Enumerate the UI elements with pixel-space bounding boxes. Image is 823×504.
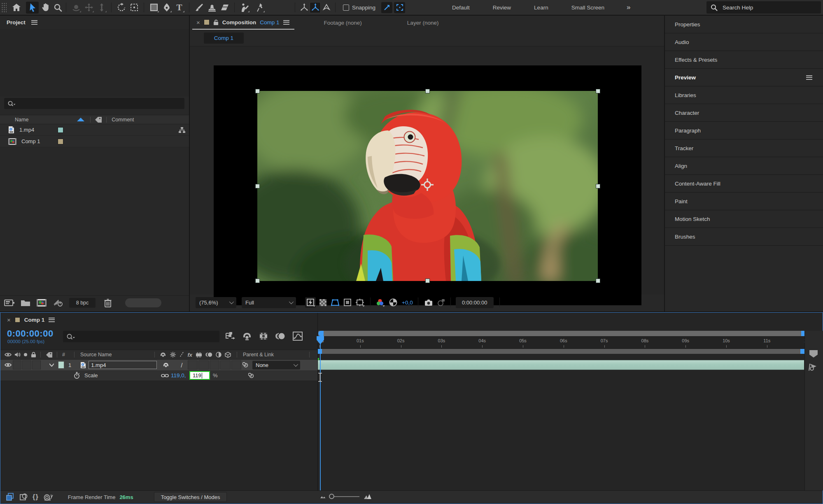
magnification-dropdown[interactable]: (75,6%) [196,297,236,308]
chevron-expand-icon[interactable] [49,363,54,367]
selection-handle[interactable] [255,89,260,93]
delete-button[interactable] [104,298,112,307]
adjustment-layer-switch-icon[interactable] [216,352,221,358]
dolly-camera-tool[interactable] [95,2,108,14]
parent-link-dropdown[interactable]: None [252,361,300,369]
mask-visibility-button[interactable] [330,297,340,308]
rectangle-tool[interactable] [147,2,160,14]
pick-whip-icon[interactable] [248,372,255,379]
timeline-horizontal-scrollbar[interactable] [318,331,807,336]
time-ruler[interactable]: :00s01s02s03s04s05s06s07s08s09s10s11s12s [318,336,804,349]
layer-duration-bar[interactable] [318,360,804,370]
timeline-search-field[interactable] [63,331,219,342]
region-of-interest-button[interactable] [342,297,353,308]
help-search-field[interactable]: Search Help [706,1,821,14]
pan-behind-tool[interactable] [128,2,140,14]
keyframe-dash-icon[interactable] [179,352,184,358]
unlock-icon[interactable] [213,19,219,26]
label-tag-icon[interactable] [95,116,102,123]
orbit-camera-tool[interactable] [70,2,82,14]
sidebar-item-motion-sketch[interactable]: Motion Sketch [665,210,823,228]
selection-handle[interactable] [596,184,600,188]
video-layer-image[interactable] [257,91,598,281]
property-name[interactable]: Scale [84,372,98,379]
scale-x-value[interactable]: 119,0, [171,372,186,379]
tab-footage[interactable]: Footage (none) [324,16,362,30]
type-tool[interactable]: T [173,2,186,14]
project-panel-menu-icon[interactable] [31,20,37,25]
zoom-out-mountain-icon[interactable] [320,495,326,499]
selection-handle[interactable] [255,279,260,283]
breadcrumb[interactable]: Comp 1 [204,33,244,44]
comp-marker-bin-icon[interactable] [809,350,818,358]
guides-options-button[interactable] [354,297,365,308]
tab-composition[interactable]: × Composition Comp 1 [192,16,294,30]
preview-timecode[interactable]: 0:00:00:00 [456,297,494,308]
transparency-grid-button[interactable] [317,297,328,308]
close-icon[interactable]: × [7,316,11,323]
timeline-panel-menu-icon[interactable] [49,318,55,322]
collapse-transformations-icon[interactable] [170,352,176,358]
exposure-value[interactable]: +0,0 [402,300,413,306]
3d-layer-switch-icon[interactable] [225,352,231,358]
zoom-tool[interactable] [51,2,64,14]
sidebar-item-libraries[interactable]: Libraries [665,86,823,104]
workspace-tab-small-screen[interactable]: Small Screen [560,0,616,15]
stopwatch-icon[interactable] [74,372,80,379]
color-depth-button[interactable]: 8 bpc [69,298,96,308]
roto-brush-tool[interactable] [238,2,251,14]
show-snapshot-button[interactable] [436,297,446,308]
sidebar-item-effects-presets[interactable]: Effects & Presets [665,51,823,69]
comp-color-swatch[interactable] [204,19,210,25]
playhead-line[interactable] [320,336,321,490]
project-search-field[interactable] [4,98,184,109]
timeline-zoom-slider[interactable] [320,494,372,499]
eye-icon[interactable] [5,352,12,357]
toggle-switches-modes-button[interactable]: Toggle Switches / Modes [154,492,227,502]
composition-viewer[interactable] [190,46,664,295]
sidebar-item-align[interactable]: Align [665,157,823,175]
motion-blur-button[interactable] [275,332,285,340]
new-folder-button[interactable] [21,299,30,307]
selection-handle[interactable] [596,279,600,283]
source-name-column[interactable]: Source Name [80,352,112,358]
composition-mini-flowchart-button[interactable] [224,332,235,341]
resolution-dropdown[interactable]: Full [242,297,296,308]
zoom-slider-track[interactable] [330,496,359,497]
layer-number-column[interactable]: # [62,352,65,358]
shy-layers-button[interactable] [242,332,252,341]
fast-previews-button[interactable] [305,297,316,308]
sidebar-item-paragraph[interactable]: Paragraph [665,122,823,139]
hand-tool[interactable] [39,2,51,14]
shy-switch[interactable] [163,362,169,368]
current-timecode[interactable]: 0:00:00:00 [7,328,54,339]
work-area-bar[interactable] [318,349,804,354]
scrollbar-left-handle[interactable] [318,331,324,336]
live-update-button[interactable] [6,493,14,501]
toolbar-drag-handle[interactable] [1,2,7,13]
snapping-toggle[interactable]: Snapping [343,5,375,11]
snap-to-feature-button[interactable] [381,2,392,13]
scale-y-edit-field[interactable]: 119 [189,371,210,380]
eye-icon[interactable] [5,362,12,367]
frame-blend-switch-icon[interactable] [196,352,202,358]
zoom-slider-knob[interactable] [329,494,334,499]
sidebar-item-tracker[interactable]: Tracker [665,139,823,157]
composition-panel-menu-icon[interactable] [283,20,289,25]
graph-editor-button[interactable] [293,332,303,341]
selection-handle[interactable] [255,184,260,188]
home-tool[interactable] [10,2,23,14]
new-composition-button[interactable] [36,299,47,307]
lock-icon[interactable] [31,352,36,358]
view-axis-mode-button[interactable] [321,2,332,13]
selection-handle[interactable] [596,89,600,93]
sidebar-item-paint[interactable]: Paint [665,193,823,210]
take-snapshot-button[interactable] [423,297,434,308]
solo-icon[interactable] [23,353,28,357]
layer-label-color[interactable] [58,361,64,369]
snap-bounding-box-button[interactable] [394,2,405,13]
project-row-1-mp4[interactable]: 1.mp4 [0,124,189,136]
fx-switch-icon[interactable]: fx [187,352,192,358]
puppet-pin-tool[interactable] [253,2,266,14]
sidebar-item-brushes[interactable]: Brushes [665,228,823,246]
